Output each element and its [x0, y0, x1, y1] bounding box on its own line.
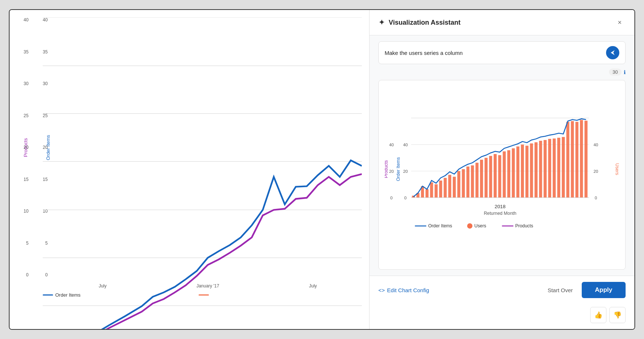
start-over-button[interactable]: Start Over [543, 284, 577, 296]
edit-config-icon: <> [378, 287, 385, 293]
y-tick-mid-40: 40 [403, 143, 408, 147]
x-axis-label: Returned Month [484, 211, 516, 216]
bar [476, 163, 479, 198]
left-chart-panel: Products 0 5 10 15 20 25 30 35 40 Order … [10, 10, 369, 329]
y-tick: 5 [26, 241, 29, 246]
bar [539, 141, 542, 198]
query-input-row [378, 41, 626, 64]
apply-button[interactable]: Apply [582, 282, 626, 298]
send-button[interactable] [606, 46, 619, 59]
y-tick: 35 [24, 49, 28, 55]
x-tick-july: July [99, 283, 106, 289]
close-button[interactable]: × [614, 17, 626, 28]
y-label-products: Products [385, 160, 389, 178]
panel-body: 30 ℹ 0 20 40 [370, 35, 634, 276]
bar [471, 165, 474, 198]
left-chart-legend: Order Items [43, 292, 209, 298]
bar [444, 178, 447, 198]
bar [453, 177, 456, 198]
y-tick-mid-0: 0 [404, 196, 406, 200]
legend-dot-orange [199, 294, 209, 296]
bar [521, 144, 524, 198]
x-year-label: 2018 [495, 204, 506, 209]
action-right: Start Over Apply [543, 282, 626, 298]
panel-header: ✦ Visualization Assistant × [370, 10, 634, 35]
x-tick-july2: July [309, 283, 317, 289]
bar [548, 139, 551, 198]
legend-dot-users [467, 223, 472, 228]
bar [507, 150, 510, 198]
bar [584, 121, 587, 198]
bar [530, 143, 533, 198]
bar [525, 146, 528, 198]
bar [580, 120, 583, 198]
bar [466, 167, 469, 198]
panel-title: Visualization Assistant [389, 19, 461, 27]
bar [484, 158, 487, 198]
bar [503, 151, 506, 198]
panel-header-left: ✦ Visualization Assistant [378, 18, 461, 27]
query-input[interactable] [385, 50, 602, 56]
y-tick-left-20: 20 [389, 169, 394, 174]
counter-row: 30 ℹ [378, 69, 626, 76]
x-tick-jan17: January '17 [196, 283, 219, 289]
bar [426, 189, 428, 198]
y-tick-right-40: 40 [594, 143, 598, 147]
bar [535, 142, 538, 198]
y-tick: 20 [24, 145, 28, 150]
y-tick: 15 [24, 177, 28, 182]
y-tick: 40 [24, 17, 28, 22]
bar [517, 146, 519, 198]
preview-chart-box: 0 20 40 Products 0 20 40 Order Items 0 2… [378, 80, 626, 270]
y-tick: 30 [24, 81, 28, 86]
visualization-assistant-panel: ✦ Visualization Assistant × 30 ℹ [369, 10, 634, 329]
legend-line-blue [43, 294, 53, 296]
thumbs-up-icon: 👍 [594, 311, 602, 319]
bar [571, 121, 574, 198]
y-tick-right-0: 0 [595, 196, 597, 200]
bar [544, 140, 547, 198]
thumbs-down-button[interactable]: 👎 [609, 307, 626, 323]
bar [494, 154, 497, 198]
y-tick-mid-20: 20 [403, 169, 408, 174]
legend-products [199, 294, 209, 296]
y-label-users: Users [615, 163, 619, 175]
y-tick-left-0: 0 [390, 196, 392, 200]
bar [462, 169, 465, 198]
bar [457, 171, 460, 198]
feedback-row: 👍 👎 [370, 304, 634, 329]
bar [480, 160, 483, 198]
bar [557, 138, 560, 198]
legend-label-order-items: Order Items [55, 292, 81, 298]
bar [575, 122, 578, 198]
y-tick: 10 [24, 209, 28, 214]
legend-label-orderitems: Order Items [428, 223, 452, 228]
left-line-chart [43, 17, 362, 329]
bar [448, 175, 451, 198]
bar [489, 156, 492, 198]
thumbs-up-button[interactable]: 👍 [590, 307, 606, 323]
y-label-orderitems: Order Items [396, 157, 401, 181]
counter-badge: 30 [609, 69, 622, 76]
preview-chart-svg: 0 20 40 Products 0 20 40 Order Items 0 2… [385, 86, 619, 263]
bar [439, 181, 442, 198]
bar [566, 122, 569, 198]
bar [553, 139, 556, 198]
legend-order-items: Order Items [43, 292, 81, 298]
thumbs-down-icon: 👎 [613, 311, 622, 319]
preview-chart-inner: 0 20 40 Products 0 20 40 Order Items 0 2… [385, 86, 619, 263]
y-tick: 0 [26, 272, 29, 277]
y-tick-left-40: 40 [389, 143, 394, 147]
bar [562, 137, 565, 198]
legend-label-users: Users [474, 223, 486, 228]
send-icon [609, 49, 616, 56]
edit-chart-config-button[interactable]: <> Edit Chart Config [378, 287, 429, 293]
legend-label-products: Products [515, 223, 533, 228]
close-icon: × [618, 19, 622, 27]
edit-config-label: Edit Chart Config [387, 287, 429, 293]
y-tick-right-20: 20 [594, 169, 598, 174]
bar [498, 155, 501, 198]
bar [512, 148, 515, 198]
ai-sparkle-icon: ✦ [378, 18, 385, 27]
counter-icon: ℹ [624, 69, 626, 75]
